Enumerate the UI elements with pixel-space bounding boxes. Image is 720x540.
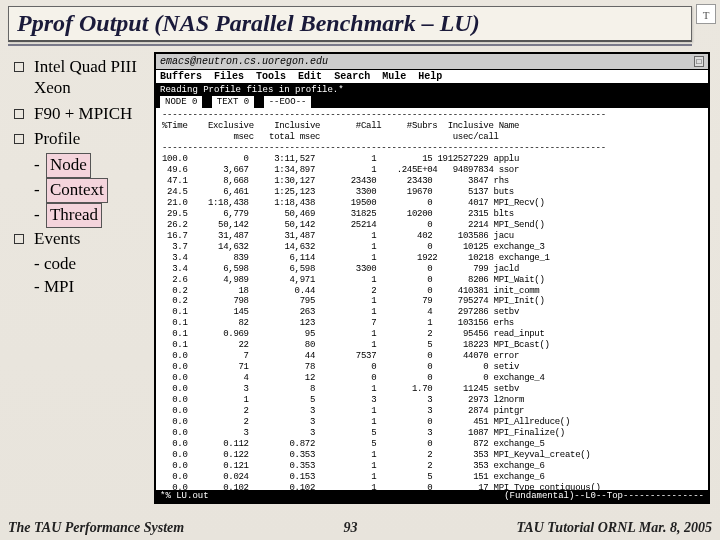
- menu-mule[interactable]: Mule: [382, 71, 406, 82]
- status-bot-left: *% LU.out: [160, 491, 209, 501]
- tag-text: TEXT 0: [212, 96, 254, 108]
- menu-help[interactable]: Help: [418, 71, 442, 82]
- menu-files[interactable]: Files: [214, 71, 244, 82]
- bullet-3: Profile: [14, 128, 148, 149]
- terminal-window: emacs@neutron.cs.uoregon.edu □ Buffers F…: [154, 52, 710, 504]
- menu-search[interactable]: Search: [334, 71, 370, 82]
- menu-buffers[interactable]: Buffers: [160, 71, 202, 82]
- footer-right: TAU Tutorial ORNL Mar. 8, 2005: [517, 520, 712, 536]
- bullet-4: Events: [14, 228, 148, 249]
- terminal-tags: NODE 0 TEXT 0 --EOO--: [156, 96, 708, 108]
- terminal-menubar: Buffers Files Tools Edit Search Mule Hel…: [156, 70, 708, 84]
- window-button-icon[interactable]: □: [694, 56, 704, 67]
- bullet-2: F90 + MPICH: [14, 103, 148, 124]
- sub-node-label: Node: [46, 153, 91, 178]
- bullet-1-text: Intel Quad PIII Xeon: [34, 56, 148, 99]
- terminal-title-text: emacs@neutron.cs.uoregon.edu: [160, 56, 328, 67]
- terminal-titlebar: emacs@neutron.cs.uoregon.edu □: [156, 54, 708, 70]
- menu-tools[interactable]: Tools: [256, 71, 286, 82]
- sub-thread: - Thread: [34, 203, 148, 228]
- title-underline: [8, 44, 692, 46]
- menu-edit[interactable]: Edit: [298, 71, 322, 82]
- bullet-4-text: Events: [34, 228, 80, 249]
- sub-node: - Node: [34, 153, 148, 178]
- bullet-square-icon: [14, 62, 24, 72]
- tag-eoo: --EOO--: [264, 96, 312, 108]
- sub-code: - code: [34, 253, 148, 276]
- footer-left: The TAU Performance System: [8, 520, 184, 536]
- bullet-square-icon: [14, 134, 24, 144]
- tag-node: NODE 0: [160, 96, 202, 108]
- footer-page-number: 93: [343, 520, 357, 536]
- sub-context: - Context: [34, 178, 148, 203]
- sub-thread-label: Thread: [46, 203, 102, 228]
- status-top-text: Reading Profile files in profile.*: [160, 85, 344, 95]
- bullet-square-icon: [14, 234, 24, 244]
- bullet-square-icon: [14, 109, 24, 119]
- corner-badge: T: [696, 4, 716, 24]
- bullet-2-text: F90 + MPICH: [34, 103, 132, 124]
- sub-mpi: - MPI: [34, 276, 148, 299]
- slide-title: Pprof Output (NAS Parallel Benchmark – L…: [17, 10, 480, 37]
- footer: The TAU Performance System 93 TAU Tutori…: [8, 520, 712, 536]
- bullet-3-text: Profile: [34, 128, 80, 149]
- status-bot-right: (Fundamental)--L0--Top---------------: [504, 491, 704, 501]
- terminal-status-bottom: *% LU.out (Fundamental)--L0--Top--------…: [156, 490, 708, 502]
- terminal-status-top: Reading Profile files in profile.*: [156, 84, 708, 96]
- sub-context-label: Context: [46, 178, 108, 203]
- bullet-1: Intel Quad PIII Xeon: [14, 56, 148, 99]
- side-bullets: Intel Quad PIII Xeon F90 + MPICH Profile…: [14, 56, 148, 299]
- slide-title-bar: Pprof Output (NAS Parallel Benchmark – L…: [8, 6, 692, 42]
- terminal-body: ----------------------------------------…: [156, 108, 708, 490]
